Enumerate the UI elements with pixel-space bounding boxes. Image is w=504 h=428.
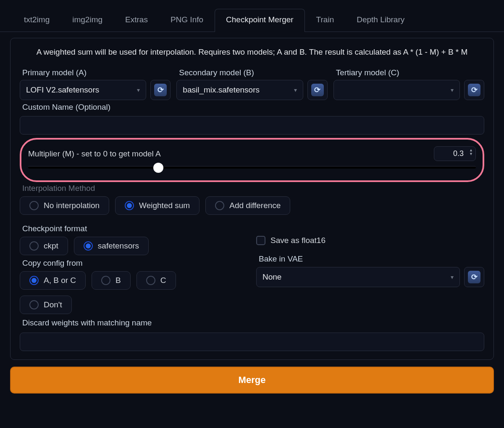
refresh-primary-button[interactable]: ⟳ (150, 80, 171, 100)
tab-bar: txt2img img2img Extras PNG Info Checkpoi… (0, 0, 504, 32)
radio-icon (146, 276, 155, 285)
slider-thumb[interactable] (153, 163, 163, 173)
panel-description: A weighted sum will be used for interpol… (20, 46, 484, 58)
discard-weights-input[interactable] (20, 333, 484, 351)
button-label: Merge (239, 375, 266, 386)
radio-icon (101, 276, 110, 285)
multiplier-label: Multiplier (M) - set to 0 to get model A (28, 149, 161, 159)
copy-config-label: Copy config from (22, 259, 248, 268)
radio-icon (29, 276, 39, 285)
radio-icon (29, 201, 39, 210)
multiplier-value-input[interactable]: 0.3 ▲▼ (434, 146, 476, 161)
radio-copy-abc[interactable]: A, B or C (20, 271, 86, 290)
select-value: None (262, 272, 281, 282)
refresh-vae-button[interactable]: ⟳ (464, 267, 484, 287)
radio-label: No interpolation (44, 201, 100, 210)
refresh-secondary-button[interactable]: ⟳ (307, 80, 328, 100)
radio-icon (29, 241, 39, 251)
radio-label: A, B or C (44, 276, 76, 285)
radio-label: Weighted sum (139, 201, 190, 210)
radio-add-difference[interactable]: Add difference (205, 196, 290, 215)
chevron-down-icon: ▾ (294, 87, 297, 93)
checkpoint-merger-panel: A weighted sum will be used for interpol… (10, 38, 494, 360)
bake-vae-label: Bake in VAE (259, 254, 484, 264)
tab-label: PNG Info (171, 15, 203, 24)
radio-label: C (160, 276, 166, 285)
interpolation-method-label: Interpolation Method (22, 184, 484, 193)
radio-copy-c[interactable]: C (136, 271, 176, 290)
tab-label: Depth Library (357, 15, 404, 24)
radio-label: ckpt (44, 241, 58, 251)
radio-icon (215, 201, 224, 210)
custom-name-input[interactable] (20, 116, 484, 135)
tab-extras[interactable]: Extras (114, 9, 159, 32)
bake-vae-select[interactable]: None ▾ (256, 267, 460, 287)
radio-weighted-sum[interactable]: Weighted sum (115, 196, 200, 215)
radio-icon (84, 241, 93, 251)
select-value: LOFI V2.safetensors (26, 85, 99, 95)
stepper-icons[interactable]: ▲▼ (469, 148, 473, 156)
radio-label: Add difference (229, 201, 281, 210)
tab-img2img[interactable]: img2img (61, 9, 114, 32)
tab-txt2img[interactable]: txt2img (13, 9, 61, 32)
save-float16-checkbox[interactable] (256, 236, 265, 245)
refresh-icon: ⟳ (468, 271, 480, 283)
radio-safetensors[interactable]: safetensors (74, 237, 149, 255)
radio-label: Don't (44, 300, 62, 309)
value: 0.3 (453, 149, 464, 158)
chevron-down-icon: ▾ (137, 87, 140, 93)
tab-label: txt2img (24, 15, 50, 24)
tab-label: Checkpoint Merger (226, 15, 294, 24)
chevron-down-icon: ▾ (451, 87, 454, 93)
custom-name-label: Custom Name (Optional) (22, 103, 484, 112)
tab-depth-library[interactable]: Depth Library (345, 9, 416, 32)
secondary-model-select[interactable]: basil_mix.safetensors ▾ (176, 80, 303, 100)
radio-label: B (116, 276, 121, 285)
secondary-model-label: Secondary model (B) (179, 68, 327, 77)
merge-button[interactable]: Merge (10, 367, 494, 394)
discard-weights-label: Discard weights with matching name (22, 318, 484, 328)
primary-model-select[interactable]: LOFI V2.safetensors ▾ (20, 80, 146, 100)
tertiary-model-label: Tertiary model (C) (336, 68, 484, 77)
save-float16-label: Save as float16 (270, 236, 326, 245)
radio-copy-b[interactable]: B (92, 271, 131, 290)
tab-train[interactable]: Train (305, 9, 346, 32)
tab-label: img2img (72, 15, 102, 24)
tab-pnginfo[interactable]: PNG Info (159, 9, 215, 32)
radio-copy-dont[interactable]: Don't (20, 296, 72, 314)
chevron-down-icon: ▾ (451, 274, 454, 280)
refresh-icon: ⟳ (468, 84, 480, 96)
refresh-icon: ⟳ (154, 84, 167, 96)
refresh-tertiary-button[interactable]: ⟳ (464, 80, 484, 100)
multiplier-highlight: Multiplier (M) - set to 0 to get model A… (20, 138, 484, 182)
multiplier-slider[interactable] (28, 166, 476, 169)
radio-icon (125, 201, 134, 210)
tab-label: Extras (125, 15, 148, 24)
tab-label: Train (316, 15, 334, 24)
radio-icon (29, 300, 39, 309)
primary-model-label: Primary model (A) (22, 68, 171, 77)
select-value: basil_mix.safetensors (183, 85, 260, 95)
radio-label: safetensors (98, 241, 139, 251)
tertiary-model-select[interactable]: ▾ (333, 80, 460, 100)
radio-ckpt[interactable]: ckpt (20, 237, 68, 255)
radio-no-interpolation[interactable]: No interpolation (20, 196, 109, 215)
tab-checkpoint-merger[interactable]: Checkpoint Merger (215, 9, 305, 32)
checkpoint-format-label: Checkpoint format (22, 224, 248, 233)
refresh-icon: ⟳ (311, 84, 324, 96)
